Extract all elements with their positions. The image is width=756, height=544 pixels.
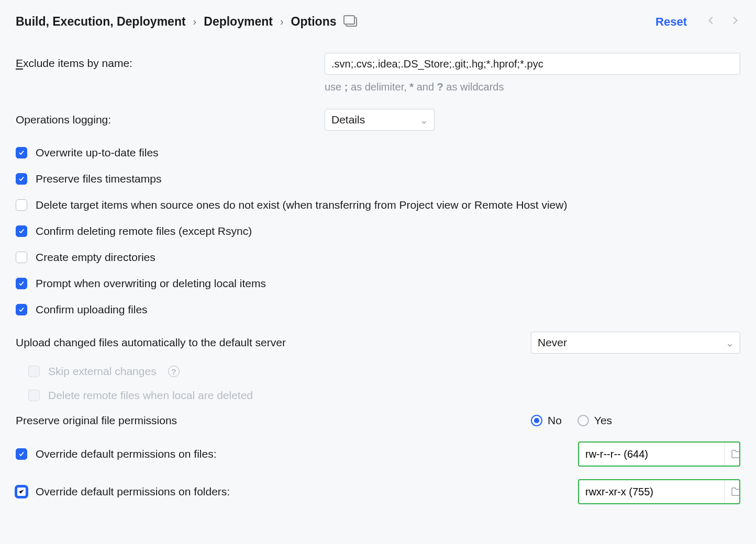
breadcrumb-item-0[interactable]: Build, Execution, Deployment: [16, 15, 186, 29]
auto-upload-label: Upload changed files automatically to th…: [16, 336, 286, 349]
preserve-permissions-no-radio[interactable]: No: [531, 414, 562, 427]
restore-window-icon[interactable]: [346, 17, 357, 27]
forward-arrow-icon[interactable]: [729, 15, 740, 29]
confirm-uploading-files-checkbox[interactable]: Confirm uploading files: [16, 303, 740, 316]
override-file-permissions-label: Override default permissions on files:: [36, 448, 217, 460]
operations-logging-label: Operations logging:: [16, 114, 111, 126]
override-folder-permissions-checkbox[interactable]: [16, 486, 27, 497]
override-folder-permissions-label: Override default permissions on folders:: [36, 485, 230, 498]
breadcrumb-item-2: Options: [291, 15, 337, 29]
breadcrumb-item-1[interactable]: Deployment: [204, 15, 273, 29]
delete-target-items-checkbox[interactable]: Delete target items when source ones do …: [16, 199, 740, 211]
chevron-right-icon: ›: [280, 16, 284, 28]
chevron-down-icon: [420, 116, 428, 123]
exclude-items-hint: use ; as delimiter, * and ? as wildcards: [325, 81, 740, 93]
help-icon[interactable]: ?: [168, 366, 180, 377]
folder-permissions-input[interactable]: [579, 486, 724, 498]
folder-icon: [731, 487, 740, 496]
browse-file-permissions-button[interactable]: [724, 443, 740, 466]
back-arrow-icon[interactable]: [706, 15, 717, 29]
override-file-permissions-checkbox[interactable]: [16, 448, 27, 460]
chevron-down-icon: [726, 339, 733, 346]
browse-folder-permissions-button[interactable]: [724, 480, 740, 503]
breadcrumb: Build, Execution, Deployment › Deploymen…: [16, 15, 648, 29]
preserve-permissions-label: Preserve original file permissions: [16, 414, 177, 427]
skip-external-changes-checkbox: Skip external changes ?: [28, 365, 740, 378]
file-permissions-input[interactable]: [579, 448, 724, 460]
auto-upload-select[interactable]: Never: [531, 332, 740, 354]
exclude-items-label: Exclude items by name:: [16, 57, 132, 69]
exclude-items-input[interactable]: [325, 53, 740, 75]
overwrite-up-to-date-checkbox[interactable]: Overwrite up-to-date files: [16, 146, 740, 159]
reset-button[interactable]: Reset: [655, 15, 687, 29]
confirm-delete-remote-checkbox[interactable]: Confirm deleting remote files (except Rs…: [16, 225, 740, 237]
file-permissions-field[interactable]: [578, 441, 740, 467]
folder-permissions-field[interactable]: [578, 479, 740, 504]
create-empty-directories-checkbox[interactable]: Create empty directories: [16, 251, 740, 264]
preserve-timestamps-checkbox[interactable]: Preserve files timestamps: [16, 173, 740, 185]
preserve-permissions-yes-radio[interactable]: Yes: [577, 414, 612, 427]
folder-icon: [731, 449, 740, 459]
chevron-right-icon: ›: [193, 16, 197, 28]
preserve-permissions-radio-group[interactable]: No Yes: [531, 414, 740, 427]
operations-logging-select[interactable]: Details: [325, 109, 435, 131]
prompt-overwrite-local-checkbox[interactable]: Prompt when overwriting or deleting loca…: [16, 277, 740, 290]
delete-remote-when-local-deleted-checkbox: Delete remote files when local are delet…: [28, 389, 740, 402]
